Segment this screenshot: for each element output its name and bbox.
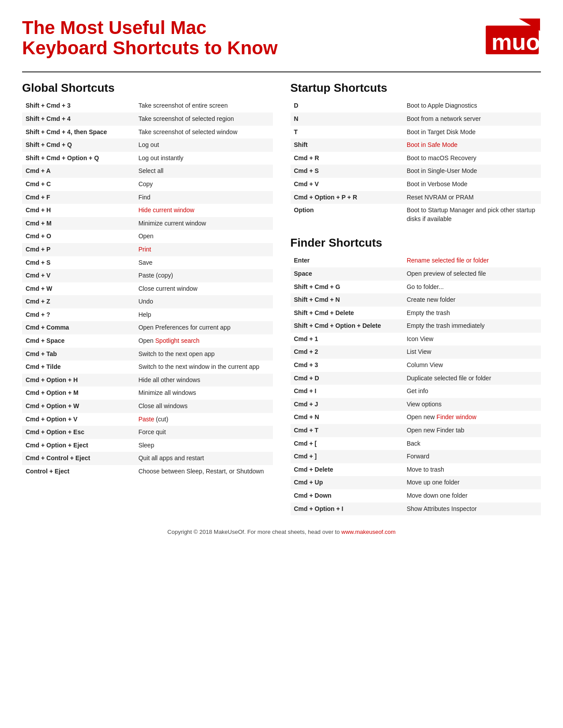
shortcut-desc: List View — [403, 345, 541, 359]
shortcut-key: Cmd + S — [22, 256, 135, 270]
shortcut-desc: Open Spotlight search — [135, 334, 272, 348]
shortcut-desc: Take screenshot of selected region — [135, 113, 272, 126]
shortcut-key: Cmd + C — [22, 178, 135, 191]
shortcut-key: Cmd + Tab — [22, 348, 135, 361]
shortcut-desc: Minimize all windows — [135, 387, 272, 400]
shortcut-desc: Find — [135, 191, 272, 204]
shortcut-key: Cmd + Option + V — [22, 413, 135, 426]
shortcut-key: Option — [291, 204, 403, 225]
shortcut-desc: Copy — [135, 178, 272, 191]
shortcut-desc: Take screenshot of entire screen — [135, 99, 272, 113]
shortcut-key: Cmd + H — [22, 204, 135, 217]
shortcut-desc: Move to trash — [403, 463, 541, 477]
shortcut-desc: Open new Finder tab — [403, 424, 541, 437]
footer-link[interactable]: www.makeuseof.com — [341, 529, 396, 535]
shortcut-desc: Switch to the next open app — [135, 348, 272, 361]
shortcut-key: Enter — [291, 254, 403, 267]
shortcut-desc: Help — [135, 308, 272, 322]
shortcut-key: D — [291, 99, 403, 113]
shortcut-key: Cmd + I — [291, 385, 403, 398]
finder-shortcuts-table: EnterRename selected file or folderSpace… — [291, 254, 541, 515]
shortcut-desc: Open Preferences for current app — [135, 321, 272, 334]
shortcut-key: Cmd + J — [291, 398, 403, 411]
shortcut-key: Shift + Cmd + N — [291, 293, 403, 307]
shortcut-key: Cmd + V — [291, 178, 403, 191]
footer: Copyright © 2018 MakeUseOf. For more che… — [22, 529, 541, 535]
shortcut-desc: Empty the trash immediately — [403, 319, 541, 333]
shortcut-key: Cmd + A — [22, 165, 135, 178]
shortcut-desc: Open new Finder window — [403, 411, 541, 424]
shortcut-key: Cmd + R — [291, 152, 403, 165]
shortcut-desc: Print — [135, 243, 272, 256]
shortcut-key: Cmd + Comma — [22, 321, 135, 334]
global-section-title: Global Shortcuts — [22, 81, 273, 95]
shortcut-key: Cmd + Option + P + R — [291, 191, 403, 204]
startup-shortcuts-table: DBoot to Apple DiagnosticsNBoot from a n… — [291, 99, 541, 225]
shortcut-desc: Boot in Verbose Mode — [403, 178, 541, 191]
shortcut-key: Cmd + O — [22, 230, 135, 243]
shortcut-desc: Move down one folder — [403, 489, 541, 503]
shortcut-desc: Rename selected file or folder — [403, 254, 541, 267]
shortcut-key: Cmd + Option + Esc — [22, 426, 135, 439]
shortcut-key: Cmd + M — [22, 217, 135, 230]
shortcut-desc: Boot to macOS Recovery — [403, 152, 541, 165]
shortcut-desc: Go to folder... — [403, 281, 541, 294]
shortcut-key: Cmd + Tilde — [22, 360, 135, 374]
shortcut-key: Shift + Cmd + Option + Q — [22, 152, 135, 165]
shortcut-desc: Get info — [403, 385, 541, 398]
shortcut-desc: Show Attributes Inspector — [403, 503, 541, 516]
left-column: Global Shortcuts Shift + Cmd + 3Take scr… — [22, 81, 273, 515]
shortcut-key: N — [291, 113, 403, 126]
shortcut-key: Shift + Cmd + 4 — [22, 113, 135, 126]
shortcut-key: Shift + Cmd + 4, then Space — [22, 126, 135, 139]
shortcut-key: Shift + Cmd + Delete — [291, 307, 403, 320]
shortcut-key: Cmd + Option + W — [22, 400, 135, 413]
shortcut-key: Shift + Cmd + 3 — [22, 99, 135, 113]
shortcut-desc: Column View — [403, 359, 541, 372]
shortcut-key: Cmd + T — [291, 424, 403, 437]
shortcut-key: Cmd + Control + Eject — [22, 452, 135, 465]
shortcut-desc: Boot from a network server — [403, 113, 541, 126]
shortcut-desc: Hide all other windows — [135, 374, 272, 387]
shortcut-key: Shift + Cmd + G — [291, 281, 403, 294]
finder-section-title: Finder Shortcuts — [291, 236, 541, 250]
shortcut-desc: Boot in Single-User Mode — [403, 165, 541, 178]
shortcut-key: Cmd + F — [22, 191, 135, 204]
page-header: The Most Useful Mac Keyboard Shortcuts t… — [22, 18, 541, 58]
global-shortcuts-table: Shift + Cmd + 3Take screenshot of entire… — [22, 99, 273, 478]
shortcut-desc: Sleep — [135, 439, 272, 452]
shortcut-desc: View options — [403, 398, 541, 411]
shortcut-desc: Switch to the next window in the current… — [135, 360, 272, 374]
shortcut-desc: Open — [135, 230, 272, 243]
shortcut-desc: Quit all apps and restart — [135, 452, 272, 465]
shortcut-desc: Paste (copy) — [135, 269, 272, 282]
shortcut-desc: Boot to Startup Manager and pick other s… — [403, 204, 541, 225]
shortcut-desc: Undo — [135, 295, 272, 308]
shortcut-key: Cmd + Option + I — [291, 503, 403, 516]
shortcut-desc: Hide current window — [135, 204, 272, 217]
shortcut-key: T — [291, 126, 403, 139]
shortcut-key: Cmd + V — [22, 269, 135, 282]
right-column: Startup Shortcuts DBoot to Apple Diagnos… — [291, 81, 541, 515]
shortcut-key: Cmd + W — [22, 282, 135, 296]
shortcut-key: Shift + Cmd + Option + Delete — [291, 319, 403, 333]
shortcut-key: Shift — [291, 139, 403, 152]
logo: muo — [484, 18, 541, 57]
shortcut-key: Shift + Cmd + Q — [22, 139, 135, 152]
shortcut-desc: Move up one folder — [403, 476, 541, 489]
shortcut-desc: Close all windows — [135, 400, 272, 413]
shortcut-desc: Create new folder — [403, 293, 541, 307]
shortcut-desc: Choose between Sleep, Restart, or Shutdo… — [135, 465, 272, 478]
shortcut-key: Cmd + P — [22, 243, 135, 256]
shortcut-desc: Minimize current window — [135, 217, 272, 230]
shortcut-desc: Reset NVRAM or PRAM — [403, 191, 541, 204]
shortcut-desc: Log out instantly — [135, 152, 272, 165]
shortcut-key: Cmd + Z — [22, 295, 135, 308]
main-columns: Global Shortcuts Shift + Cmd + 3Take scr… — [22, 81, 541, 515]
shortcut-key: Cmd + N — [291, 411, 403, 424]
shortcut-desc: Take screenshot of selected window — [135, 126, 272, 139]
shortcut-desc: Boot to Apple Diagnostics — [403, 99, 541, 113]
shortcut-key: Cmd + 1 — [291, 333, 403, 346]
shortcut-key: Cmd + 2 — [291, 345, 403, 359]
shortcut-desc: Force quit — [135, 426, 272, 439]
